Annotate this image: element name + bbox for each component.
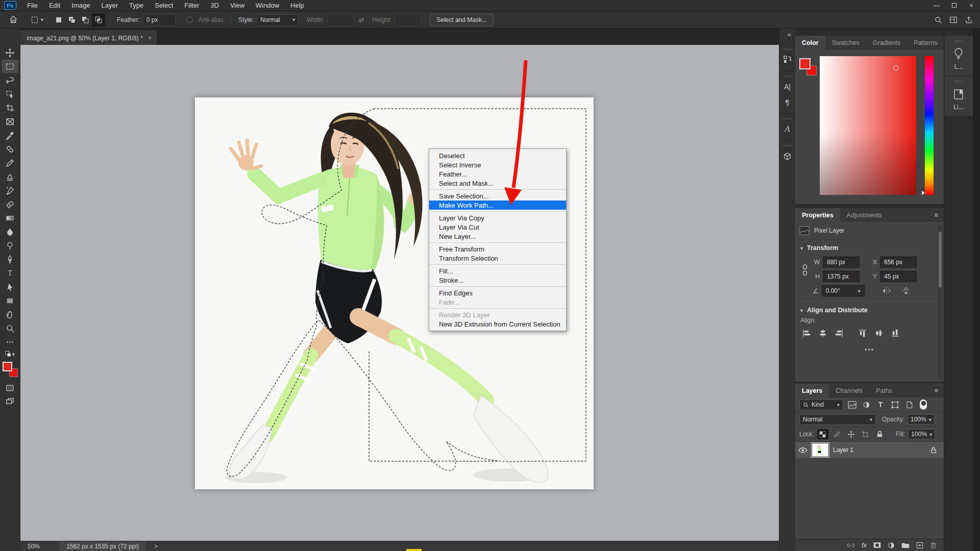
flip-horizontal-icon[interactable] xyxy=(881,287,892,295)
glyphs-panel-icon[interactable]: A xyxy=(781,122,794,136)
menu-edit[interactable]: Edit xyxy=(43,0,66,11)
menu-item-select-inverse[interactable]: Select Inverse xyxy=(429,160,566,169)
scrollbar-thumb[interactable] xyxy=(939,232,942,288)
minimize-button[interactable]: — xyxy=(928,0,945,11)
workspace-icon[interactable] xyxy=(949,16,958,24)
color-picker-field[interactable] xyxy=(820,56,916,195)
rotation-angle-field[interactable]: 0.00°▾ xyxy=(822,285,865,296)
dodge-tool[interactable] xyxy=(2,239,18,252)
learn-panel-collapsed[interactable]: L... xyxy=(944,36,973,76)
menu-filter[interactable]: Filter xyxy=(179,0,205,11)
panel-menu-icon[interactable]: ≡ xyxy=(934,387,939,394)
filter-shape-layers-icon[interactable] xyxy=(889,399,900,410)
filter-smart-objects-icon[interactable] xyxy=(903,399,915,410)
tool-preset-picker[interactable]: ▾ xyxy=(31,16,43,24)
align-left-icon[interactable] xyxy=(800,328,813,338)
menu-item-fill[interactable]: Fill... xyxy=(429,266,566,276)
tab-channels[interactable]: Channels xyxy=(829,384,869,397)
menu-view[interactable]: View xyxy=(225,0,250,11)
menu-item-transform-selection[interactable]: Transform Selection xyxy=(429,254,566,263)
history-panel-icon[interactable] xyxy=(781,53,794,66)
menu-item-find-edges[interactable]: Find Edges xyxy=(429,288,566,297)
chevron-down-icon[interactable]: ▾ xyxy=(800,308,803,313)
align-center-horizontal-icon[interactable] xyxy=(817,328,829,338)
menu-layer[interactable]: Layer xyxy=(96,0,124,11)
path-selection-tool[interactable] xyxy=(2,280,18,293)
add-to-selection-mode[interactable] xyxy=(65,13,79,27)
transform-height-field[interactable]: 1375 px xyxy=(823,271,860,282)
tab-properties[interactable]: Properties xyxy=(795,208,840,222)
edit-toolbar-icon[interactable] xyxy=(2,335,18,348)
height-input[interactable] xyxy=(395,14,421,26)
scrollbar[interactable] xyxy=(938,224,943,379)
blend-mode-dropdown[interactable]: Normal▾ xyxy=(799,414,876,425)
layer-thumbnail[interactable] xyxy=(812,443,829,457)
menu-file[interactable]: File xyxy=(21,0,43,11)
link-layers-icon[interactable] xyxy=(847,542,855,548)
blur-tool[interactable] xyxy=(2,225,18,238)
tab-swatches[interactable]: Swatches xyxy=(825,36,866,49)
zoom-tool[interactable] xyxy=(2,321,18,335)
type-tool[interactable]: T xyxy=(2,266,18,280)
link-dimensions-icon[interactable] xyxy=(801,263,808,279)
chevron-down-icon[interactable]: ▾ xyxy=(858,288,861,294)
intersect-selection-mode[interactable] xyxy=(92,13,105,27)
new-selection-mode[interactable] xyxy=(52,13,65,27)
width-input[interactable] xyxy=(327,14,354,26)
menu-image[interactable]: Image xyxy=(66,0,95,11)
menu-item-save-selection[interactable]: Save Selection... xyxy=(429,191,566,201)
select-and-mask-button[interactable]: Select and Mask... xyxy=(430,14,494,26)
canvas-area[interactable] xyxy=(20,45,779,541)
filter-type-layers-icon[interactable]: T xyxy=(875,399,886,410)
tab-gradients[interactable]: Gradients xyxy=(866,36,907,49)
layer-filtering-toggle[interactable] xyxy=(920,399,927,410)
tab-adjustments[interactable]: Adjustments xyxy=(840,208,889,222)
menu-item-stroke[interactable]: Stroke... xyxy=(429,276,566,285)
crop-tool[interactable] xyxy=(2,101,18,114)
move-tool[interactable] xyxy=(2,46,18,59)
rectangular-marquee-tool[interactable] xyxy=(2,60,18,73)
menu-item-new-layer[interactable]: New Layer... xyxy=(429,232,566,241)
hue-slider[interactable] xyxy=(925,56,934,195)
adjustment-layer-icon[interactable] xyxy=(888,542,895,549)
chevron-down-icon[interactable]: ▾ xyxy=(800,245,803,251)
quick-mask-icon[interactable] xyxy=(2,381,18,394)
frame-tool[interactable] xyxy=(2,115,18,128)
layer-effects-icon[interactable]: fx xyxy=(862,541,867,549)
lock-position-icon[interactable] xyxy=(846,429,857,439)
gradient-tool[interactable] xyxy=(2,211,18,224)
brush-tool[interactable] xyxy=(2,156,18,169)
lasso-tool[interactable] xyxy=(2,73,18,87)
pen-tool[interactable] xyxy=(2,253,18,266)
foreground-background-swatches[interactable] xyxy=(3,362,18,377)
menu-item-layer-via-cut[interactable]: Layer Via Cut xyxy=(429,222,566,232)
menu-item-select-and-mask[interactable]: Select and Mask... xyxy=(429,179,566,188)
history-brush-tool[interactable] xyxy=(2,184,18,197)
fill-field[interactable]: 100%▾ xyxy=(908,429,935,439)
lock-image-pixels-icon[interactable] xyxy=(831,429,843,439)
transform-x-field[interactable]: 656 px xyxy=(880,257,917,268)
transform-width-field[interactable]: 880 px xyxy=(823,257,860,268)
align-top-icon[interactable] xyxy=(856,328,869,338)
foreground-color-swatch[interactable] xyxy=(3,362,12,371)
swap-dimensions-icon[interactable]: ⇄ xyxy=(359,16,364,23)
menu-item-layer-via-copy[interactable]: Layer Via Copy xyxy=(429,213,566,222)
document-tab[interactable]: image_a21.png @ 50% (Layer 1, RGB/8) * × xyxy=(20,31,157,45)
new-group-icon[interactable] xyxy=(901,542,910,548)
rectangle-tool[interactable] xyxy=(2,294,18,307)
close-icon[interactable]: × xyxy=(148,34,152,42)
layer-name[interactable]: Layer 1 xyxy=(833,446,853,454)
character-panel-icon[interactable]: A| xyxy=(781,80,794,93)
home-icon[interactable] xyxy=(5,13,21,26)
panel-menu-icon[interactable]: ≡ xyxy=(934,211,939,219)
zoom-level[interactable]: 50% xyxy=(28,543,40,550)
restore-button[interactable] xyxy=(945,0,963,11)
menu-type[interactable]: Type xyxy=(124,0,149,11)
menu-item-free-transform[interactable]: Free Transform xyxy=(429,244,566,254)
new-layer-icon[interactable] xyxy=(916,542,923,549)
tab-layers[interactable]: Layers xyxy=(795,384,829,397)
flip-vertical-icon[interactable] xyxy=(901,286,911,295)
libraries-panel-collapsed[interactable]: Li... xyxy=(944,76,973,116)
status-chevron-icon[interactable]: > xyxy=(154,543,158,550)
align-middle-vertical-icon[interactable] xyxy=(873,328,885,338)
